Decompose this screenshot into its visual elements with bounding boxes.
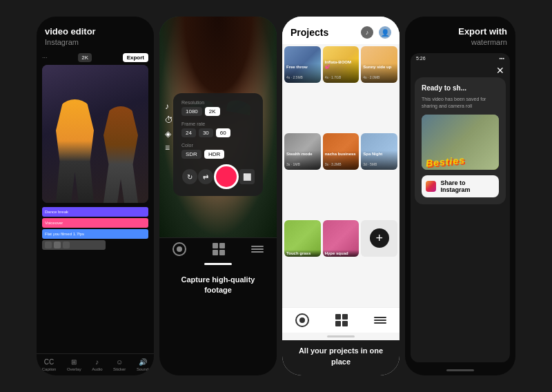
project-hype-squad[interactable]: Hype squad xyxy=(323,220,359,257)
dancer2-shape xyxy=(103,106,138,203)
project-spa[interactable]: Spa Night 3d · 5MB xyxy=(361,133,397,170)
grid-cell-3 xyxy=(213,250,218,255)
swap-icon[interactable]: ⇄ xyxy=(198,169,213,184)
audio-icon[interactable]: ♪ Audio xyxy=(92,358,102,371)
record-button[interactable] xyxy=(214,164,239,189)
user-avatar[interactable]: 👤 xyxy=(379,26,391,39)
fps-60[interactable]: 60 xyxy=(216,128,230,137)
nav-bars-button[interactable] xyxy=(251,246,264,253)
projects-grid: Free throw 4s · 2.5MB Inflata-BOOM 💕 4s … xyxy=(282,44,400,307)
card1-header: video editor Instagram xyxy=(37,17,154,50)
projects-nav-grid[interactable] xyxy=(335,314,348,326)
projects-nav-circle[interactable] xyxy=(295,313,309,327)
nav-grid-button[interactable] xyxy=(213,243,225,255)
track-footage: Flat you filmed 1.7fps xyxy=(42,229,148,239)
signal-icons: ▪▪▪ xyxy=(500,56,504,61)
projects-header: Projects ♪ 👤 xyxy=(282,17,400,44)
thumb3 xyxy=(63,242,70,248)
project-inflata[interactable]: Inflata-BOOM 💕 4s · 1.7GB xyxy=(323,46,359,83)
framerate-setting: Frame rate 24 30 60 xyxy=(181,121,255,137)
timer-icon[interactable]: ⏱ xyxy=(165,115,173,125)
card1-subtitle: Instagram xyxy=(45,38,146,46)
color-label: Color xyxy=(181,143,255,148)
nav-circle-icon[interactable] xyxy=(172,242,186,256)
sticker-icon[interactable]: ☺ Sticker xyxy=(113,358,126,371)
project-add-new[interactable]: + xyxy=(361,220,397,257)
bar2 xyxy=(374,320,386,321)
tools-label: ··· xyxy=(42,54,48,61)
card1-bottom-bar: CC Caption ⊞ Overlay ♪ Audio ☺ Sticker 🔊… xyxy=(37,353,154,375)
filter-icon[interactable]: ◈ xyxy=(165,129,173,139)
share-instagram-button[interactable]: Share to Instagram xyxy=(422,175,499,197)
home-indicator xyxy=(204,263,232,265)
res-1080[interactable]: 1080 xyxy=(181,107,202,116)
nav-dot-inner2 xyxy=(299,317,305,323)
project-stealth[interactable]: Stealth mode 3s · 1MB xyxy=(284,133,321,170)
resolution-label: Resolution xyxy=(181,100,255,105)
modal-description: This video has been saved for sharing an… xyxy=(422,96,499,110)
home-indicator-3 xyxy=(327,335,355,337)
close-row: ✕ xyxy=(411,63,510,77)
card-projects: Projects ♪ 👤 Free throw 4s · 2.5MB Infla… xyxy=(282,17,400,375)
overlay-icon[interactable]: ⊞ Overlay xyxy=(67,358,81,371)
sdr-option[interactable]: SDR xyxy=(181,150,201,159)
left-controls: ♪ ⏱ ◈ ≡ xyxy=(165,101,173,153)
framerate-label: Frame rate xyxy=(181,121,255,126)
grid-cell-2 xyxy=(219,243,225,248)
thumb1 xyxy=(45,242,52,248)
project-label-1: Free throw 4s · 2.5MB xyxy=(284,63,321,83)
project-nacha[interactable]: nacha business 3s · 3.2MB xyxy=(323,133,359,170)
project-label-7: Touch grass xyxy=(284,250,321,257)
align-icon[interactable]: ≡ xyxy=(165,143,173,153)
bar-line-3 xyxy=(251,251,264,253)
card2-bottom-bar xyxy=(159,237,277,260)
music-icon[interactable]: ♪ xyxy=(165,101,173,111)
pg-cell3 xyxy=(335,321,341,326)
grid-cell-4 xyxy=(219,250,225,255)
modal-header: Ready to sh... xyxy=(422,84,499,92)
phone-time: 5:26 xyxy=(416,56,426,61)
pg-cell4 xyxy=(342,321,348,326)
sound-icon[interactable]: 🔊 Sound xyxy=(137,358,148,371)
track-label-3: Flat you filmed 1.7fps xyxy=(45,232,84,236)
project-touch-grass[interactable]: Touch grass xyxy=(284,220,321,257)
bar-line-1 xyxy=(251,246,264,247)
card1-toolbar: ··· 2K Export xyxy=(37,50,154,65)
export-subtitle: watermarn xyxy=(413,38,507,46)
close-button[interactable]: ✕ xyxy=(496,65,504,76)
project-label-2: Inflata-BOOM 💕 4s · 1.7GB xyxy=(323,59,359,83)
framerate-options: 24 30 60 xyxy=(181,128,255,137)
project-sunny[interactable]: Sunny side up 4s · 2.0MB xyxy=(361,46,397,83)
track-dance-break: Dance break xyxy=(42,207,148,217)
res-2k[interactable]: 2K xyxy=(205,107,220,116)
bar1 xyxy=(374,317,386,318)
hdr-option[interactable]: HDR xyxy=(204,150,224,159)
nav-dot-inner xyxy=(177,246,182,252)
home-indicator-4 xyxy=(446,369,474,371)
card-video-editor: video editor Instagram ··· 2K Export Dan… xyxy=(37,17,154,375)
share-modal: Ready to sh... This video has been saved… xyxy=(415,77,506,205)
card-export: Export with watermarn 5:26 ▪▪▪ ✕ Ready t… xyxy=(405,17,515,375)
caption-icon[interactable]: CC Caption xyxy=(42,358,57,371)
rotate-icon[interactable]: ↻ xyxy=(182,169,197,184)
track-thumbnails xyxy=(42,240,106,250)
color-setting: Color SDR HDR xyxy=(181,143,255,159)
photo-icon[interactable]: ⬜ xyxy=(239,169,255,184)
video-thumbnail: Besties xyxy=(422,115,499,170)
export-header: Export with watermarn xyxy=(405,17,515,50)
resolution-badge[interactable]: 2K xyxy=(78,53,92,62)
project-label-4: Stealth mode 3s · 1MB xyxy=(284,150,321,170)
projects-nav-bars[interactable] xyxy=(374,317,386,324)
fps-24[interactable]: 24 xyxy=(181,128,196,137)
project-label-8: Hype squad xyxy=(323,250,359,257)
modal-title: Ready to sh... xyxy=(422,84,466,92)
export-button[interactable]: Export xyxy=(123,53,148,62)
card3-footer: All your projects in one place xyxy=(282,340,400,375)
bar-line-2 xyxy=(251,248,264,250)
card1-title: video editor xyxy=(45,26,146,38)
music-note-icon[interactable]: ♪ xyxy=(361,26,373,39)
video-content xyxy=(42,65,148,203)
dancer1-shape xyxy=(56,99,94,203)
fps-30[interactable]: 30 xyxy=(199,128,213,137)
project-free-throw[interactable]: Free throw 4s · 2.5MB xyxy=(284,46,321,83)
